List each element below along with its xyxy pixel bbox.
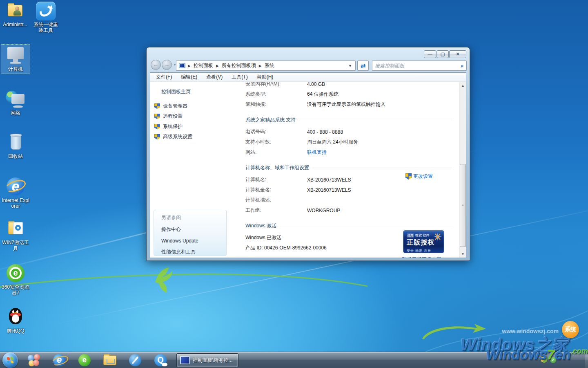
section-divider: [299, 120, 452, 120]
sidebar-item-action-center[interactable]: 操作中心: [161, 226, 226, 233]
scrollbar-thumb[interactable]: ≡: [460, 164, 466, 247]
refresh-button[interactable]: ⇄: [357, 61, 369, 71]
forward-button[interactable]: →: [162, 60, 172, 70]
section-title: Windows 激活: [245, 222, 276, 229]
internet-explorer-icon: e: [53, 354, 65, 366]
system-control-panel-window: — ▢ ✕ ← → ▼ ▶ 控制面板 ▶ 所有控制面板项 ▶ 系统 ▼ ⇄: [146, 47, 470, 261]
system-info-panel: 安装内存(RAM): 4.00 GB 系统类型: 64 位操作系统 笔和触摸: …: [231, 82, 459, 258]
see-also-panel: 另请参阅 操作中心 Windows Update 性能信息和工具: [154, 210, 227, 256]
show-desktop-button[interactable]: [585, 352, 588, 368]
address-dropdown-icon[interactable]: ▼: [345, 64, 355, 68]
compass-browser-icon: [129, 354, 141, 366]
uac-shield-icon: [154, 134, 160, 140]
taskbar-icon-qq-browser[interactable]: Q: [150, 353, 171, 367]
breadcrumb-system[interactable]: 系统: [262, 62, 277, 69]
menu-help[interactable]: 帮助(H): [257, 74, 274, 81]
sidebar-item-windows-update[interactable]: Windows Update: [161, 238, 226, 244]
section-divider: [280, 226, 452, 226]
minimize-button[interactable]: —: [424, 50, 436, 58]
property-label: 计算机全名:: [245, 186, 307, 193]
desktop-icon-reinstall-tool[interactable]: 系统一键重装工具: [31, 2, 60, 33]
property-label: 支持小时数:: [245, 139, 307, 146]
window-titlebar[interactable]: — ▢ ✕: [147, 47, 470, 59]
sidebar-item-label: 系统保护: [163, 123, 183, 130]
desktop-icon-recycle-bin[interactable]: 回收站: [1, 133, 30, 159]
scroll-down-arrow-icon[interactable]: ▼: [459, 251, 466, 258]
breadcrumb-arrow-icon: ▶: [216, 64, 219, 68]
property-label: 工作组:: [245, 207, 307, 214]
user-folder-icon: [5, 2, 25, 20]
close-button[interactable]: ✕: [449, 50, 466, 58]
maximize-button[interactable]: ▢: [437, 50, 449, 58]
menu-view[interactable]: 查看(V): [206, 74, 223, 81]
see-also-header: 另请参阅: [161, 214, 226, 221]
breadcrumb-all-items[interactable]: 所有控制面板项: [219, 62, 258, 69]
taskbar-icon-internet-explorer[interactable]: e: [49, 353, 69, 367]
window-body: 文件(F) 编辑(E) 查看(V) 工具(T) 帮助(H) 控制面板主页 设备管…: [150, 72, 466, 258]
sidebar-item-device-manager[interactable]: 设备管理器: [154, 103, 187, 110]
property-label: 系统类型:: [245, 91, 307, 98]
section-divider: [312, 168, 452, 168]
taskbar-icon-explorer[interactable]: [100, 353, 120, 367]
property-row: 支持小时数: 周日至周六 24小时服务: [245, 137, 459, 147]
property-label: 计算机描述:: [245, 197, 307, 204]
sidebar-item-control-panel-home[interactable]: 控制面板主页: [161, 88, 191, 95]
property-label: 网站:: [245, 149, 307, 156]
desktop-icon-internet-explorer[interactable]: e Internet Explorer: [1, 177, 30, 209]
desktop: Administr... 系统一键重装工具 计算机 网络 回收站 e Inter: [0, 0, 588, 368]
menu-tools[interactable]: 工具(T): [232, 74, 247, 81]
menu-bar: 文件(F) 编辑(E) 查看(V) 工具(T) 帮助(H): [150, 73, 466, 82]
activator-folder-icon: [6, 220, 25, 238]
sidebar-item-system-protection[interactable]: 系统保护: [154, 123, 183, 130]
change-settings-link[interactable]: 更改设置: [405, 173, 433, 180]
taskbar-icon-360-manager[interactable]: [24, 353, 44, 367]
online-support-link[interactable]: 联机支持: [307, 149, 327, 156]
computer-window-icon: [180, 356, 190, 364]
search-icon: ⌕: [458, 63, 466, 69]
sidebar-item-advanced-settings[interactable]: 高级系统设置: [154, 133, 192, 140]
tray-security-shield-icon[interactable]: [541, 357, 547, 363]
taskbar: e e Q 控制面板\所有控... ✓: [0, 352, 588, 368]
activation-status: Windows 已激活: [245, 234, 281, 241]
active-task-control-panel[interactable]: 控制面板\所有控...: [176, 353, 238, 367]
desktop-icon-360-browser[interactable]: e 360安全浏览器7: [1, 264, 30, 296]
sidebar-item-label: 高级系统设置: [163, 133, 192, 140]
desktop-icon-label: 回收站: [1, 153, 30, 159]
property-row: 电话号码: 400 - 888 - 8888: [245, 127, 459, 137]
vertical-scrollbar[interactable]: ▲ ≡ ▼: [459, 82, 466, 258]
desktop-icon-administrator[interactable]: Administr...: [0, 2, 30, 27]
property-value: XB-20160713WELS: [307, 187, 351, 193]
property-value: 64 位操作系统: [307, 91, 339, 98]
desktop-icon-win7-activator[interactable]: WIN7激活工具: [1, 220, 30, 251]
computer-name-section-header: 计算机名称、域和工作组设置: [245, 164, 452, 171]
address-bar[interactable]: ▶ 控制面板 ▶ 所有控制面板项 ▶ 系统 ▼: [176, 61, 356, 71]
uac-shield-icon: [154, 103, 160, 109]
sidebar-item-performance-tools[interactable]: 性能信息和工具: [161, 249, 226, 256]
search-input[interactable]: [372, 63, 458, 69]
desktop-icon-label: WIN7激活工具: [2, 240, 29, 251]
desktop-icon-label: 360安全浏览器7: [1, 284, 30, 296]
property-value: 4.00 GB: [307, 82, 325, 87]
taskbar-icon-360-browser[interactable]: e: [74, 353, 95, 367]
desktop-icon-network[interactable]: 网络: [1, 90, 30, 116]
change-settings-label[interactable]: 更改设置: [413, 173, 433, 180]
learn-more-online-link[interactable]: 联机了解更多内容...: [402, 256, 445, 258]
menu-file[interactable]: 文件(F): [156, 74, 172, 81]
menu-edit[interactable]: 编辑(E): [181, 74, 197, 81]
tray-status-check-icon[interactable]: ✓: [550, 357, 556, 363]
search-box[interactable]: ⌕: [372, 61, 467, 71]
sidebar-item-label: 设备管理器: [163, 103, 187, 110]
watermark-arrow-icon: [420, 322, 489, 340]
system-reinstall-app-icon: [36, 2, 56, 20]
sidebar-item-remote-settings[interactable]: 远程设置: [154, 113, 183, 120]
desktop-icon-tencent-qq[interactable]: 腾讯QQ: [1, 308, 30, 334]
badge-tag: 使用: [407, 233, 414, 238]
qq-penguin-icon: [6, 308, 25, 327]
breadcrumb-control-panel[interactable]: 控制面板: [191, 62, 216, 69]
start-button[interactable]: [2, 352, 18, 368]
scroll-up-arrow-icon[interactable]: ▲: [459, 82, 466, 89]
desktop-icon-label: Internet Explorer: [1, 197, 30, 209]
taskbar-icon-safari-browser[interactable]: [125, 353, 145, 367]
desktop-icon-computer[interactable]: 计算机: [1, 44, 30, 74]
back-button[interactable]: ←: [151, 60, 161, 70]
